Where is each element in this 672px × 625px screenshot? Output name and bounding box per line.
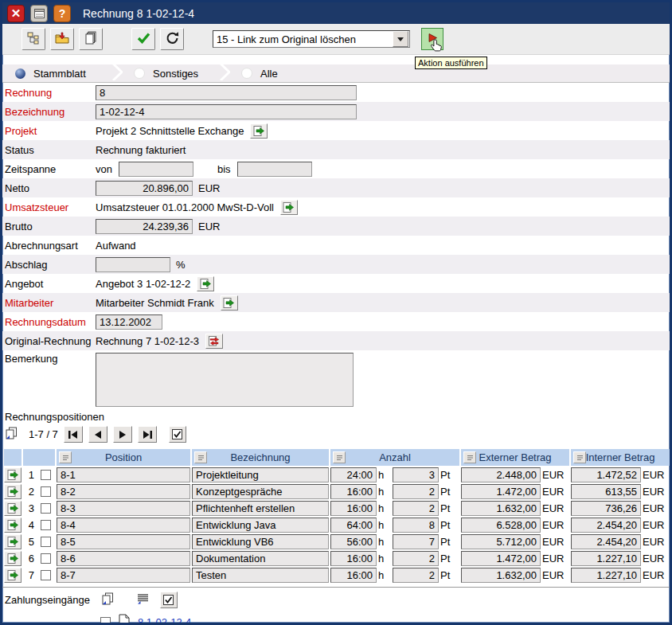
extern-amount-input[interactable]: 1.472,00 <box>461 551 541 566</box>
header-cell-bezeichnung[interactable]: Bezeichnung <box>192 449 329 466</box>
import-button[interactable] <box>50 28 74 50</box>
position-input[interactable]: 8-2 <box>57 484 190 499</box>
bemerkung-textarea[interactable] <box>96 353 354 407</box>
bezeichnung-input[interactable]: Projektleitung <box>192 467 329 482</box>
header-cell-anzahl[interactable]: Anzahl <box>330 449 459 466</box>
hours-input[interactable]: 16:00 <box>330 568 377 583</box>
goto-position-icon[interactable] <box>4 484 21 499</box>
position-input[interactable]: 8-1 <box>57 467 190 482</box>
intern-amount-input[interactable]: 2.454,20 <box>571 534 641 549</box>
previous-page-icon[interactable] <box>88 426 107 443</box>
sort-icon[interactable] <box>59 451 72 463</box>
goto-position-icon[interactable] <box>4 501 21 516</box>
bezeichnung-input[interactable]: Dokumentation <box>192 551 329 566</box>
next-page-icon[interactable] <box>113 426 132 443</box>
row-checkbox[interactable] <box>41 537 51 547</box>
sort-icon[interactable] <box>573 451 586 463</box>
intern-amount-input[interactable]: 1.227,10 <box>571 551 641 566</box>
payment-checkbox[interactable] <box>100 617 111 625</box>
select-all-positions-icon[interactable] <box>169 426 186 443</box>
position-input[interactable]: 8-5 <box>57 534 190 549</box>
first-page-icon[interactable] <box>64 426 83 443</box>
original-link-swap-icon[interactable] <box>205 334 223 349</box>
hours-input[interactable]: 56:00 <box>330 534 377 549</box>
brutto-input[interactable]: 24.239,36 <box>96 219 193 234</box>
position-input[interactable]: 8-6 <box>57 551 190 566</box>
payment-entry-link[interactable]: 8 1-02-12-4 <box>138 616 191 625</box>
extern-amount-input[interactable]: 5.712,00 <box>461 534 541 549</box>
tab-stammblatt[interactable]: Stammblatt <box>12 68 112 80</box>
goto-position-icon[interactable] <box>4 568 21 583</box>
rechnungsdatum-input[interactable]: 13.12.2002 <box>96 314 162 330</box>
zeitspanne-bis-input[interactable] <box>237 162 312 177</box>
goto-angebot-icon[interactable] <box>197 276 214 291</box>
row-checkbox[interactable] <box>41 553 51 564</box>
header-cell-position[interactable]: Position <box>57 449 190 466</box>
sort-icon[interactable] <box>463 451 476 463</box>
tree-view-button[interactable] <box>21 28 45 50</box>
pages-icon[interactable] <box>5 427 18 443</box>
intern-amount-input[interactable]: 1.472,52 <box>571 467 641 482</box>
tab-alle[interactable]: Alle <box>238 68 316 80</box>
row-checkbox[interactable] <box>41 570 51 580</box>
action-dropdown[interactable]: 15 - Link zum Original löschen <box>213 30 410 48</box>
position-input[interactable]: 8-7 <box>57 568 190 583</box>
hours-input[interactable]: 16:00 <box>330 501 377 516</box>
points-input[interactable]: 7 <box>393 534 439 549</box>
tab-sonstiges[interactable]: Sonstiges <box>131 68 220 80</box>
header-cell-interner-betrag[interactable]: Interner Betrag <box>571 449 670 466</box>
sort-list-icon[interactable] <box>137 593 149 607</box>
abschlag-input[interactable] <box>96 257 170 272</box>
rechnung-input[interactable]: 8 <box>96 85 357 100</box>
intern-amount-input[interactable]: 736,26 <box>571 501 641 516</box>
copy-button[interactable] <box>79 28 103 50</box>
goto-position-icon[interactable] <box>4 467 21 482</box>
position-input[interactable]: 8-4 <box>57 518 190 533</box>
help-icon[interactable]: ? <box>53 5 71 22</box>
row-checkbox[interactable] <box>41 520 51 530</box>
points-input[interactable]: 2 <box>393 501 439 516</box>
bezeichnung-input[interactable]: Entwicklung Java <box>192 518 329 533</box>
row-checkbox[interactable] <box>41 503 51 514</box>
hours-input[interactable]: 16:00 <box>330 484 377 499</box>
goto-position-icon[interactable] <box>4 534 21 549</box>
goto-projekt-icon[interactable] <box>250 123 268 139</box>
points-input[interactable]: 8 <box>393 518 439 533</box>
confirm-button[interactable] <box>131 28 155 50</box>
select-all-payments-icon[interactable] <box>160 592 178 608</box>
bezeichnung-input[interactable]: Entwicklung VB6 <box>192 534 329 549</box>
intern-amount-input[interactable]: 2.454,20 <box>571 518 641 533</box>
bezeichnung-input[interactable]: Konzeptgespräche <box>192 484 329 499</box>
last-page-icon[interactable] <box>138 426 157 443</box>
bezeichnung-input[interactable]: Testen <box>192 568 329 583</box>
intern-amount-input[interactable]: 1.227,10 <box>571 568 641 583</box>
hours-input[interactable]: 64:00 <box>330 518 377 533</box>
sort-icon[interactable] <box>194 451 207 463</box>
points-input[interactable]: 2 <box>393 484 439 499</box>
goto-mitarbeiter-icon[interactable] <box>221 295 238 311</box>
bezeichnung-input[interactable]: 1-02-12-4 <box>96 104 357 119</box>
hours-input[interactable]: 24:00 <box>330 467 377 482</box>
extern-amount-input[interactable]: 1.632,00 <box>461 501 541 516</box>
points-input[interactable]: 3 <box>393 467 439 482</box>
chevron-down-icon[interactable] <box>393 31 408 47</box>
points-input[interactable]: 2 <box>393 568 439 583</box>
points-input[interactable]: 2 <box>393 551 439 566</box>
extern-amount-input[interactable]: 2.448,00 <box>461 467 541 482</box>
position-input[interactable]: 8-3 <box>57 501 190 516</box>
window-icon[interactable] <box>30 5 48 22</box>
zeitspanne-von-input[interactable] <box>119 162 193 177</box>
header-cell-externer-betrag[interactable]: Externer Betrag <box>461 449 569 466</box>
row-checkbox[interactable] <box>41 486 51 497</box>
refresh-button[interactable] <box>160 28 184 50</box>
extern-amount-input[interactable]: 6.528,00 <box>461 518 541 533</box>
intern-amount-input[interactable]: 613,55 <box>571 484 641 499</box>
goto-position-icon[interactable] <box>4 551 21 566</box>
extern-amount-input[interactable]: 1.632,00 <box>461 568 541 583</box>
hours-input[interactable]: 16:00 <box>330 551 377 566</box>
netto-input[interactable]: 20.896,00 <box>96 181 193 196</box>
row-checkbox[interactable] <box>41 470 51 480</box>
sort-icon[interactable] <box>333 451 346 463</box>
close-icon[interactable]: ✕ <box>7 5 25 22</box>
goto-position-icon[interactable] <box>4 518 21 533</box>
